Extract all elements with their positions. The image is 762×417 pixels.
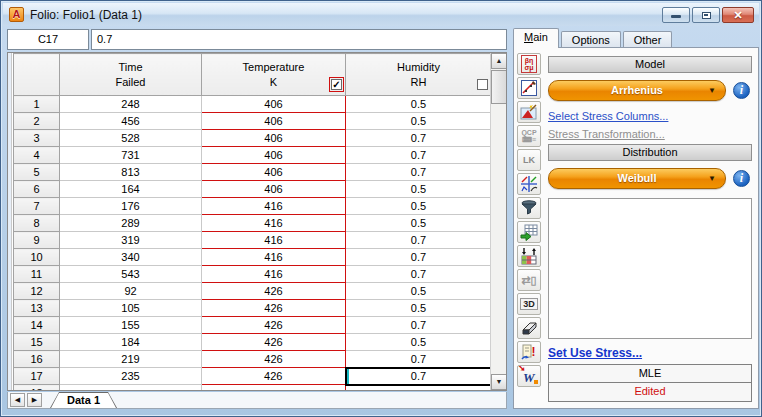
set-use-stress-link[interactable]: Set Use Stress... <box>548 346 642 360</box>
cell-humidity[interactable]: 0.5 <box>346 113 492 130</box>
analysis-method[interactable]: MLE <box>549 365 751 383</box>
distribution-info-button[interactable]: i <box>733 170 750 187</box>
scroll-down-button[interactable]: ▼ <box>491 374 507 390</box>
restore-button[interactable] <box>692 7 720 23</box>
row-header[interactable]: 17 <box>14 368 60 385</box>
alter-notify-button[interactable]: ! <box>517 341 541 363</box>
row-header[interactable]: 7 <box>14 198 60 215</box>
qcp-button[interactable]: QCP ⌨≡ <box>517 125 541 147</box>
cell-humidity[interactable]: 0.7 <box>346 130 492 147</box>
cell-time-failed[interactable]: 164 <box>60 181 202 198</box>
distribution-dropdown[interactable]: Weibull ▼ <box>548 168 726 189</box>
model-dropdown[interactable]: Arrhenius ▼ <box>548 80 726 101</box>
select-stress-columns-link[interactable]: Select Stress Columns... <box>548 110 668 122</box>
cell-humidity[interactable]: 0.7 <box>346 164 492 181</box>
close-button[interactable]: ✕ <box>722 7 754 23</box>
row-header[interactable]: 11 <box>14 266 60 283</box>
cell-time-failed[interactable]: 813 <box>60 164 202 181</box>
row-header[interactable]: 2 <box>14 113 60 130</box>
cell-temperature[interactable]: 406 <box>202 147 346 164</box>
cell-temperature[interactable]: 406 <box>202 113 346 130</box>
row-header[interactable]: 18 <box>14 385 60 392</box>
cell-temperature[interactable]: 426 <box>202 368 346 385</box>
sheet-nav-right-button[interactable]: ▶ <box>27 393 42 407</box>
cell-humidity[interactable]: 0.7 <box>346 368 492 385</box>
multi-plot-button[interactable] <box>517 173 541 195</box>
plot-button[interactable] <box>517 77 541 99</box>
cell-temperature[interactable]: 416 <box>202 249 346 266</box>
cell-humidity[interactable]: 0.5 <box>346 334 492 351</box>
cell-temperature[interactable]: 406 <box>202 164 346 181</box>
row-header[interactable]: 5 <box>14 164 60 181</box>
cell-temperature[interactable]: 426 <box>202 300 346 317</box>
cell-temperature[interactable]: 406 <box>202 181 346 198</box>
cell-time-failed[interactable]: 319 <box>60 232 202 249</box>
transfer-to-weibull-button[interactable]: ➘ W <box>517 365 541 387</box>
cell-humidity[interactable]: 0.5 <box>346 283 492 300</box>
cell-temperature[interactable]: 426 <box>202 334 346 351</box>
cell-humidity[interactable]: 0.7 <box>346 317 492 334</box>
row-header[interactable]: 13 <box>14 300 60 317</box>
plot-wizard-button[interactable] <box>517 101 541 123</box>
cell-temperature[interactable]: 426 <box>202 283 346 300</box>
minimize-button[interactable] <box>662 7 690 23</box>
cell-time-failed[interactable]: 155 <box>60 317 202 334</box>
cell-time-failed[interactable]: 92 <box>60 283 202 300</box>
cell-humidity[interactable]: 0.7 <box>346 351 492 368</box>
row-header[interactable]: 4 <box>14 147 60 164</box>
cell-temperature[interactable]: 406 <box>202 130 346 147</box>
cell-reference-box[interactable]: C17 <box>7 29 89 50</box>
calculate-parameters-button[interactable]: βη σμ <box>517 53 541 75</box>
cell-temperature[interactable]: 416 <box>202 232 346 249</box>
filter-button[interactable] <box>517 197 541 219</box>
column-header-humidity[interactable]: Humidity RH ✓ <box>346 54 492 96</box>
cell-temperature[interactable] <box>202 385 346 392</box>
cell-time-failed[interactable]: 105 <box>60 300 202 317</box>
clear-calculations-button[interactable] <box>517 317 541 339</box>
cell-humidity[interactable]: 0.5 <box>346 198 492 215</box>
cell-time-failed[interactable]: 235 <box>60 368 202 385</box>
cell-humidity[interactable] <box>346 385 492 392</box>
cell-humidity[interactable]: 0.7 <box>346 249 492 266</box>
cell-humidity[interactable]: 0.5 <box>346 96 492 113</box>
cell-temperature[interactable]: 426 <box>202 351 346 368</box>
temperature-stress-checkbox[interactable]: ✓ <box>331 79 342 90</box>
cell-temperature[interactable]: 406 <box>202 96 346 113</box>
sheet-nav-left-button[interactable]: ◀ <box>10 393 25 407</box>
cell-humidity[interactable]: 0.5 <box>346 300 492 317</box>
cell-time-failed[interactable]: 219 <box>60 351 202 368</box>
row-header[interactable]: 3 <box>14 130 60 147</box>
row-header[interactable]: 10 <box>14 249 60 266</box>
row-header[interactable]: 6 <box>14 181 60 198</box>
model-info-button[interactable]: i <box>733 82 750 99</box>
cell-humidity[interactable]: 0.7 <box>346 266 492 283</box>
cell-temperature[interactable]: 416 <box>202 198 346 215</box>
formula-input[interactable]: 0.7 <box>91 29 507 50</box>
cell-humidity[interactable]: 0.7 <box>346 232 492 249</box>
cell-time-failed[interactable]: 528 <box>60 130 202 147</box>
cell-time-failed[interactable]: 731 <box>60 147 202 164</box>
vertical-scrollbar[interactable]: ▲ ▼ <box>490 53 506 390</box>
row-header[interactable]: 1 <box>14 96 60 113</box>
column-header-temperature[interactable]: Temperature K ✓ <box>202 54 346 96</box>
column-setup-button[interactable] <box>517 245 541 267</box>
row-header[interactable]: 15 <box>14 334 60 351</box>
cell-time-failed[interactable]: 176 <box>60 198 202 215</box>
row-header[interactable]: 14 <box>14 317 60 334</box>
cell-time-failed[interactable]: 543 <box>60 266 202 283</box>
sheet-tab-data1[interactable]: Data 1 <box>50 392 117 408</box>
tab-other[interactable]: Other <box>623 31 673 48</box>
transfer-to-folio-button[interactable] <box>517 221 541 243</box>
tab-main[interactable]: Main <box>513 28 559 48</box>
cell-temperature[interactable]: 426 <box>202 317 346 334</box>
tab-options[interactable]: Options <box>561 31 621 48</box>
cell-humidity[interactable]: 0.5 <box>346 181 492 198</box>
row-header[interactable]: 16 <box>14 351 60 368</box>
column-header-time[interactable]: Time Failed <box>60 54 202 96</box>
cell-humidity[interactable]: 0.5 <box>346 215 492 232</box>
row-header[interactable]: 8 <box>14 215 60 232</box>
corner-header-cell[interactable] <box>14 54 60 96</box>
move-data-button[interactable]: ⇄▯ <box>517 269 541 291</box>
cell-temperature[interactable]: 416 <box>202 266 346 283</box>
cell-time-failed[interactable] <box>60 385 202 392</box>
